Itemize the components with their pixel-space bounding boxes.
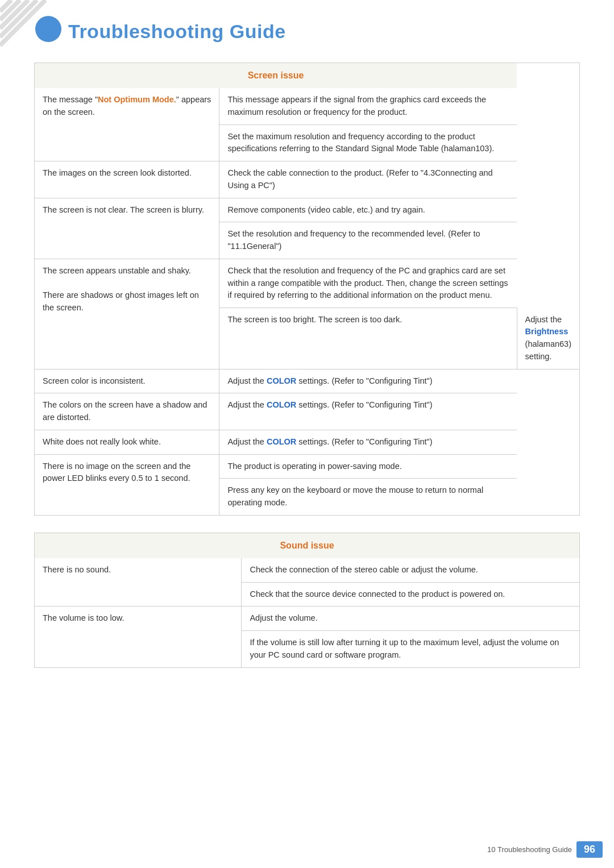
symptom-cell: The message "Not Optimum Mode." appears … bbox=[35, 88, 219, 161]
solution-cell: Check the connection of the stereo cable… bbox=[242, 558, 580, 582]
symptom-cell: Screen color is inconsistent. bbox=[35, 369, 219, 393]
page-number: 96 bbox=[576, 841, 603, 858]
symptom-cell: The screen is too bright. The screen is … bbox=[219, 308, 517, 369]
solution-cell: Adjust the COLOR settings. (Refer to "Co… bbox=[219, 430, 517, 454]
symptom-cell: The volume is too low. bbox=[35, 607, 242, 667]
table-row: The message "Not Optimum Mode." appears … bbox=[35, 88, 580, 124]
chapter-number bbox=[35, 16, 61, 42]
solution-cell: Adjust the COLOR settings. (Refer to "Co… bbox=[219, 393, 517, 430]
bold-term: COLOR bbox=[267, 400, 296, 409]
solution-cell: This message appears if the signal from … bbox=[219, 88, 517, 124]
content-area: Screen issue The message "Not Optimum Mo… bbox=[34, 63, 580, 834]
symptom-cell: There is no sound. bbox=[35, 558, 242, 607]
solution-cell: If the volume is still low after turning… bbox=[242, 631, 580, 668]
bold-term: COLOR bbox=[267, 437, 296, 446]
symptom-cell: There is no image on the screen and the … bbox=[35, 454, 219, 515]
bold-term: COLOR bbox=[267, 376, 296, 385]
solution-cell: Adjust the volume. bbox=[242, 607, 580, 631]
table-row: There is no sound. Check the connection … bbox=[35, 558, 580, 582]
table-row: White does not really look white. Adjust… bbox=[35, 430, 580, 454]
solution-cell: Set the maximum resolution and frequency… bbox=[219, 124, 517, 161]
solution-cell: Remove components (video cable, etc.) an… bbox=[219, 198, 517, 222]
solution-cell: Check that the resolution and frequency … bbox=[219, 259, 517, 308]
page-footer: 10 Troubleshooting Guide 96 bbox=[0, 841, 614, 858]
solution-cell: Adjust the Brightness (halaman63) settin… bbox=[517, 308, 579, 369]
table-row: The screen is not clear. The screen is b… bbox=[35, 198, 580, 222]
table-row: There is no image on the screen and the … bbox=[35, 454, 580, 479]
solution-cell: Adjust the COLOR settings. (Refer to "Co… bbox=[219, 369, 517, 393]
table-row: The colors on the screen have a shadow a… bbox=[35, 393, 580, 430]
table-row: Screen color is inconsistent. Adjust the… bbox=[35, 369, 580, 393]
symptom-cell: The images on the screen look distorted. bbox=[35, 161, 219, 198]
solution-cell: Check the cable connection to the produc… bbox=[219, 161, 517, 198]
sound-issue-header: Sound issue bbox=[35, 533, 580, 558]
symptom-cell: White does not really look white. bbox=[35, 430, 219, 454]
symptom-cell: The screen appears unstable and shaky. T… bbox=[35, 259, 219, 369]
solution-cell: Set the resolution and frequency to the … bbox=[219, 222, 517, 259]
bold-symptom: Not Optimum Mode. bbox=[98, 95, 176, 104]
solution-cell: The product is operating in power-saving… bbox=[219, 454, 517, 479]
table-row: The volume is too low. Adjust the volume… bbox=[35, 607, 580, 631]
page-container: Troubleshooting Guide Screen issue The m… bbox=[0, 0, 614, 868]
bold-term: Brightness bbox=[525, 327, 569, 336]
table-row: The screen appears unstable and shaky. T… bbox=[35, 259, 580, 308]
sound-issue-table: Sound issue There is no sound. Check the… bbox=[34, 533, 580, 668]
screen-issue-header: Screen issue bbox=[35, 63, 517, 89]
solution-cell: Check that the source device connected t… bbox=[242, 582, 580, 607]
page-title: Troubleshooting Guide bbox=[68, 20, 286, 43]
symptom-cell: The colors on the screen have a shadow a… bbox=[35, 393, 219, 430]
solution-cell: Press any key on the keyboard or move th… bbox=[219, 479, 517, 516]
screen-issue-table: Screen issue The message "Not Optimum Mo… bbox=[34, 63, 580, 516]
symptom-cell: The screen is not clear. The screen is b… bbox=[35, 198, 219, 259]
footer-label: 10 Troubleshooting Guide bbox=[487, 845, 572, 854]
table-row: The images on the screen look distorted.… bbox=[35, 161, 580, 198]
